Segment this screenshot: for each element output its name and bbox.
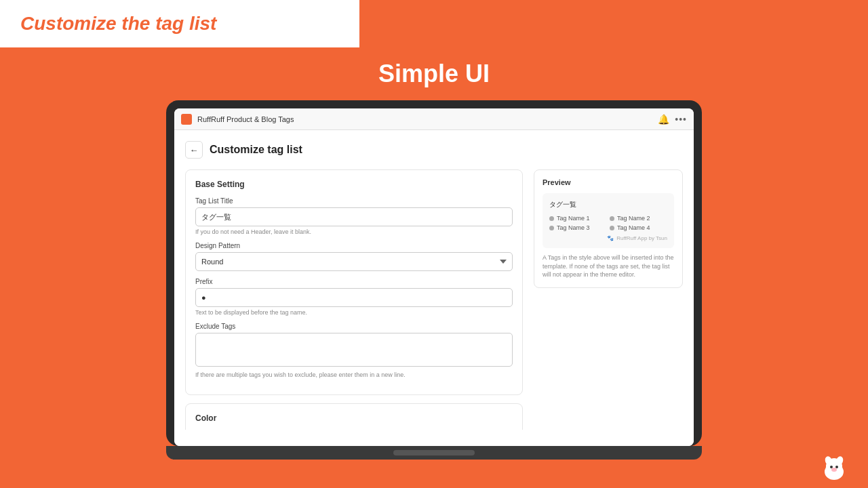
base-setting-section: Base Setting Tag List Title If you do no… xyxy=(185,169,523,395)
tag-list-title-label: Tag List Title xyxy=(195,197,513,205)
laptop-frame: RuffRuff Product & Blog Tags 🔔 ••• ← Cus… xyxy=(166,100,702,446)
preview-tag-title: タグ一覧 xyxy=(549,200,667,209)
back-arrow-icon: ← xyxy=(190,145,199,155)
laptop-notch xyxy=(393,450,475,455)
svg-point-4 xyxy=(830,466,833,468)
top-banner: Customize the tag list xyxy=(0,0,359,47)
svg-point-5 xyxy=(835,466,838,468)
tag-dot-icon xyxy=(610,216,614,221)
preview-title: Preview xyxy=(542,178,674,186)
design-pattern-field: Design Pattern Round Square Pill xyxy=(195,242,513,271)
exclude-tags-label: Exclude Tags xyxy=(195,323,513,330)
app-name-label: RuffRuff Product & Blog Tags xyxy=(197,115,294,123)
exclude-tags-help: If there are multiple tags you wish to e… xyxy=(195,371,513,378)
preview-inner: タグ一覧 Tag Name 1 Tag Name 2 xyxy=(542,193,674,248)
list-item: Tag Name 1 xyxy=(549,215,607,222)
color-section: Color Tag List Background #F7F9F9 xyxy=(185,403,523,430)
app-browser: RuffRuff Product & Blog Tags 🔔 ••• ← Cus… xyxy=(174,108,694,446)
tag-dot-icon xyxy=(549,216,554,221)
exclude-tags-field: Exclude Tags If there are multiple tags … xyxy=(195,323,513,378)
content-area: ← Customize tag list Base Setting xyxy=(174,130,694,446)
watermark-text: RuffRuff App by Tsun xyxy=(616,235,667,241)
tag-list-title-field: Tag List Title If you do not need a Head… xyxy=(195,197,513,235)
laptop-screen: RuffRuff Product & Blog Tags 🔔 ••• ← Cus… xyxy=(174,108,694,446)
bell-icon[interactable]: 🔔 xyxy=(658,114,669,125)
tag-name: Tag Name 3 xyxy=(557,224,590,231)
laptop-base xyxy=(166,446,702,460)
tag-name: Tag Name 2 xyxy=(617,215,650,222)
page-header: ← Customize tag list xyxy=(185,141,683,159)
list-item: Tag Name 3 xyxy=(549,224,607,231)
svg-point-6 xyxy=(831,468,837,472)
dots-menu-icon[interactable]: ••• xyxy=(675,114,687,125)
prefix-input[interactable] xyxy=(195,288,513,307)
left-panel: Base Setting Tag List Title If you do no… xyxy=(185,169,523,430)
design-pattern-label: Design Pattern xyxy=(195,242,513,249)
banner-title: Customize the tag list xyxy=(20,13,216,35)
browser-topbar: RuffRuff Product & Blog Tags 🔔 ••• xyxy=(174,108,694,130)
dog-mascot xyxy=(821,454,848,481)
preview-card: Preview タグ一覧 Tag Name 1 xyxy=(534,169,683,288)
tag-dot-icon xyxy=(549,226,554,230)
laptop-container: RuffRuff Product & Blog Tags 🔔 ••• ← Cus… xyxy=(166,100,702,460)
right-panel: Preview タグ一覧 Tag Name 1 xyxy=(534,169,683,430)
preview-note: A Tags in the style above will be insert… xyxy=(542,253,674,279)
main-layout: Base Setting Tag List Title If you do no… xyxy=(185,169,683,430)
exclude-tags-textarea[interactable] xyxy=(195,333,513,367)
tag-list-title-help: If you do not need a Header, leave it bl… xyxy=(195,228,513,235)
design-pattern-select[interactable]: Round Square Pill xyxy=(195,252,513,271)
main-heading: Simple UI xyxy=(0,60,868,88)
color-section-title: Color xyxy=(195,413,513,423)
prefix-help: Text to be displayed before the tag name… xyxy=(195,309,513,316)
tag-list-title-input[interactable] xyxy=(195,207,513,226)
preview-watermark: 🐾 RuffRuff App by Tsun xyxy=(549,235,667,241)
page-title: Customize tag list xyxy=(210,144,302,156)
prefix-label: Prefix xyxy=(195,278,513,285)
list-item: Tag Name 2 xyxy=(610,215,667,222)
tag-name: Tag Name 4 xyxy=(617,224,650,231)
base-setting-title: Base Setting xyxy=(195,180,513,189)
list-item: Tag Name 4 xyxy=(610,224,667,231)
tag-name: Tag Name 1 xyxy=(557,215,590,222)
app-icon xyxy=(181,114,192,125)
watermark-icon: 🐾 xyxy=(607,235,614,241)
tag-dot-icon xyxy=(610,226,614,230)
back-button[interactable]: ← xyxy=(185,141,203,159)
preview-tags-grid: Tag Name 1 Tag Name 2 Tag xyxy=(549,215,667,231)
prefix-field: Prefix Text to be displayed before the t… xyxy=(195,278,513,316)
